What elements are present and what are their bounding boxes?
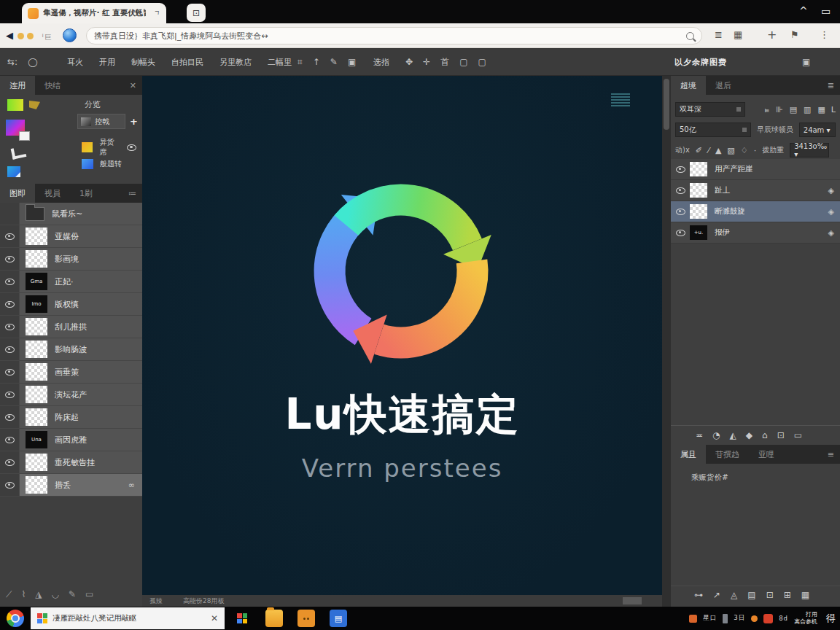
doc2-icon[interactable]: ▢ — [478, 57, 486, 67]
frame-tool-icon[interactable]: ▭ — [85, 589, 93, 599]
reload-icon[interactable] — [27, 33, 34, 39]
flag-swatch-icon[interactable] — [29, 101, 40, 109]
group-layers-icon[interactable]: ▤ — [747, 590, 755, 600]
crop-icon[interactable]: ⌗ — [298, 57, 303, 67]
menu-item[interactable]: 自拍目民 — [171, 57, 203, 68]
layer-effects-icon[interactable]: ↗ — [713, 590, 720, 600]
menu-item[interactable]: 耳火 — [67, 57, 83, 68]
office-app-icon[interactable] — [298, 610, 315, 627]
mask-icon[interactable]: ▭ — [794, 430, 802, 440]
tray-volume-icon[interactable] — [723, 614, 728, 623]
delete-layer-icon[interactable]: ▦ — [801, 590, 809, 600]
style-select[interactable]: 双耳深 — [675, 102, 745, 117]
marquee-tool-icon[interactable]: ◯ — [28, 57, 37, 67]
save-icon[interactable]: ▣ — [802, 57, 810, 67]
close-icon[interactable]: ✕ — [211, 613, 218, 623]
balance-icon[interactable]: ◆ — [746, 430, 752, 440]
eye-toggle[interactable] — [0, 203, 20, 225]
layer-row[interactable]: 趾丄◈ — [671, 180, 840, 201]
layer-row[interactable]: 亚媒份 — [0, 225, 142, 248]
pattern-icon[interactable]: ▧ — [727, 146, 734, 155]
dot-icon[interactable]: · — [754, 146, 757, 155]
tab-亚哩[interactable]: 亚哩 — [749, 445, 784, 464]
layer-row[interactable]: Gma正妃· — [0, 271, 142, 293]
layer-row[interactable]: 鼠看乐~ — [0, 203, 142, 225]
address-bar[interactable]: 携带真日没｝非真飞郑|_情趣境阿乌去街煕变合↔ — [86, 27, 702, 44]
tray-alert-icon[interactable] — [763, 614, 773, 623]
eye-toggle[interactable] — [0, 225, 20, 247]
opacity-select[interactable]: 3413o‰ ▾ — [790, 143, 829, 158]
eye-icon[interactable] — [127, 144, 136, 151]
eye-toggle[interactable] — [0, 248, 20, 270]
arrow-up-icon[interactable]: ↑ — [313, 57, 320, 67]
file-explorer-icon[interactable] — [265, 610, 283, 627]
eye-toggle[interactable] — [0, 271, 20, 292]
eye-toggle[interactable] — [0, 293, 20, 315]
back-icon[interactable]: ◀ — [6, 30, 13, 41]
layer-row[interactable]: 画垂策 — [0, 361, 142, 384]
layer-row[interactable]: 断濉鼓旋◈ — [671, 201, 840, 222]
chat-app-icon[interactable]: ▤ — [330, 610, 347, 627]
image-icon[interactable]: ▦ — [734, 29, 742, 40]
size-select[interactable]: 50亿 — [675, 122, 751, 137]
tab-1刷[interactable]: 1刷 — [70, 184, 102, 203]
distribute-h-icon[interactable]: ▥ — [804, 105, 811, 114]
eye-toggle[interactable] — [0, 338, 20, 360]
eye-toggle[interactable] — [671, 209, 690, 215]
eye-toggle[interactable] — [0, 316, 20, 338]
layer-row[interactable]: 用产产距崖 — [671, 159, 840, 180]
home-icon[interactable]: ⌂ — [762, 430, 768, 440]
search-icon[interactable] — [686, 32, 694, 40]
eye-toggle[interactable] — [0, 384, 20, 405]
panel-menu-icon[interactable]: ≣ — [822, 76, 840, 95]
canvas-v-scrollbar[interactable] — [662, 76, 671, 607]
pen-icon[interactable]: ✎ — [330, 57, 338, 67]
preset-row[interactable]: 异货席 — [82, 137, 136, 158]
tray-app-icon[interactable] — [689, 615, 697, 623]
apps-icon[interactable] — [233, 610, 251, 627]
tab-图即[interactable]: 图即 — [0, 184, 35, 203]
add-preset-icon[interactable]: + — [130, 116, 138, 127]
preset-search-input[interactable]: 控戟 — [77, 114, 125, 129]
clock[interactable]: 打用 离合参机 — [794, 611, 817, 626]
tab-退后[interactable]: 退后 — [706, 76, 741, 95]
tab-action-icon[interactable]: ᆨ — [153, 8, 160, 18]
layer-row[interactable]: 垂死敏告挂 — [0, 451, 142, 474]
expand-window-icon[interactable]: ^ — [799, 4, 808, 18]
layer-row[interactable]: Imo版权慎 — [0, 293, 142, 316]
unit-select[interactable]: 24am ▾ — [799, 122, 836, 137]
window-preview[interactable]: 凄雁距敲灶八凳记用敲眍 ✕ — [31, 607, 225, 629]
secondary-tab-button[interactable]: ⊡ — [187, 4, 206, 22]
brush-icon[interactable]: 首 — [440, 56, 449, 69]
move-tool-icon[interactable]: ⇆: — [7, 57, 18, 67]
distribute-v-icon[interactable]: ▦ — [817, 105, 825, 114]
layer-row[interactable]: 演坛花产 — [0, 384, 142, 406]
close-panel-icon[interactable]: ✕ — [124, 76, 142, 95]
filter-icon[interactable]: ≔ — [122, 184, 142, 203]
tab-连用[interactable]: 连用 — [0, 76, 35, 95]
add-mask-icon[interactable]: ◬ — [731, 590, 737, 600]
eye-toggle[interactable] — [0, 429, 20, 451]
frame-icon[interactable]: ⊡ — [777, 430, 785, 440]
gradient-swatch-icon[interactable] — [7, 99, 23, 111]
wand-icon[interactable]: ✛ — [423, 57, 430, 67]
adjustment-layer-icon[interactable]: ⊡ — [766, 590, 774, 600]
levels-icon[interactable]: ≖ — [696, 430, 703, 440]
menu-item[interactable]: 另里教店 — [219, 57, 252, 68]
forward-icon[interactable] — [18, 33, 24, 39]
layer-row[interactable]: Una画因虎雅 — [0, 429, 142, 451]
tab-属且[interactable]: 属且 — [671, 445, 706, 464]
eye-toggle[interactable] — [0, 361, 20, 383]
tray-dot-icon[interactable] — [751, 615, 758, 622]
pen-mini-icon[interactable]: ✐ — [696, 146, 702, 155]
pen-tool-icon[interactable]: ⟋ — [6, 589, 12, 599]
wave-tool-icon[interactable]: ⌇ — [21, 589, 26, 599]
flag-icon[interactable]: ⚑ — [790, 29, 799, 40]
path-tool-icon[interactable] — [11, 146, 27, 160]
h-scrollbar[interactable] — [623, 597, 642, 604]
canvas[interactable]: Lu快速搞定 Verrn perstees 孤辣 高能份28用板 — [142, 76, 662, 607]
tab-超境[interactable]: 超境 — [671, 76, 706, 95]
menu-item[interactable]: 制幅头 — [131, 57, 155, 68]
align-left-icon[interactable]: ⫢ — [765, 105, 769, 114]
menu-item[interactable]: 开用 — [99, 57, 115, 68]
